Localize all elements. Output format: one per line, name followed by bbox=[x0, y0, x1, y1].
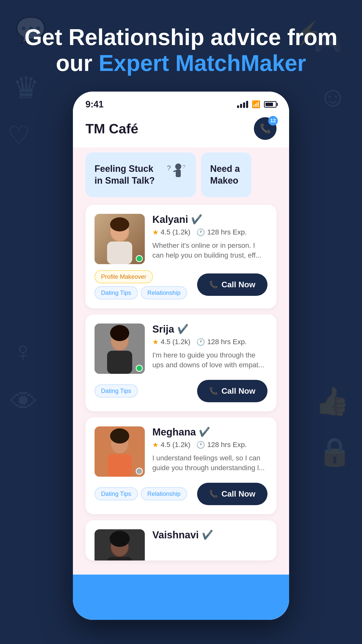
expert-kalyani-verified-icon: ✔️ bbox=[191, 214, 202, 225]
call-badge-button[interactable]: 📞 12 bbox=[254, 117, 277, 140]
expert-srija-name-row: Srija ✔️ bbox=[152, 324, 267, 335]
banner-card-makeover-text: Need a Makeo bbox=[210, 163, 242, 187]
app-title: TM Café bbox=[85, 121, 138, 136]
star-icon: ★ bbox=[152, 228, 159, 236]
call-now-label-kalyani: Call Now bbox=[221, 280, 255, 289]
expert-kalyani-name: Kalyani bbox=[152, 214, 188, 225]
svg-point-14 bbox=[110, 325, 129, 341]
signal-bars-icon bbox=[237, 101, 248, 108]
headline-line1: Get Relationship advice from bbox=[24, 25, 337, 50]
svg-rect-1 bbox=[176, 170, 181, 177]
expert-meghana-online-status bbox=[136, 468, 143, 475]
headline: Get Relationship advice from our Expert … bbox=[4, 24, 357, 76]
page-wrapper: Get Relationship advice from our Expert … bbox=[4, 24, 357, 620]
bottom-wave bbox=[73, 575, 289, 620]
expert-meghana-description: I understand feelings well, so I can gui… bbox=[152, 453, 267, 473]
phone-btn-icon-srija: 📞 bbox=[209, 387, 218, 395]
tag-relationship: Relationship bbox=[141, 286, 187, 299]
experts-list: Kalyani ✔️ ★ 4.5 (1.2k) 🕐 128 bbox=[73, 202, 289, 571]
app-header: TM Café 📞 12 bbox=[73, 112, 289, 147]
signal-bar-2 bbox=[240, 104, 242, 108]
expert-srija-exp-value: 128 hrs Exp. bbox=[207, 338, 247, 346]
status-bar: 9:41 📶 bbox=[73, 92, 289, 112]
expert-card-srija: Srija ✔️ ★ 4.5 (1.2k) 🕐 128 hr bbox=[85, 314, 277, 411]
battery-icon bbox=[264, 101, 277, 108]
expert-kalyani-name-row: Kalyani ✔️ bbox=[152, 214, 267, 225]
clock-icon-srija: 🕐 bbox=[196, 338, 205, 346]
expert-card-vaishnavi: Vaishnavi ✔️ bbox=[85, 520, 277, 560]
expert-srija-description: I'm here to guide you through the ups an… bbox=[152, 350, 267, 370]
expert-vaishnavi-photo-wrap bbox=[95, 529, 145, 560]
expert-card-meghana: Meghana ✔️ ★ 4.5 (1.2k) 🕐 128 bbox=[85, 417, 277, 514]
expert-kalyani-description: Whether it's online or in person. I can … bbox=[152, 240, 267, 260]
expert-kalyani-tags: Profile Makeover Dating Tips Relationshi… bbox=[95, 270, 197, 299]
phone-inner: 9:41 📶 TM Café bbox=[73, 92, 289, 620]
thinking-person-figure: ? ? bbox=[164, 162, 187, 188]
expert-srija-top: Srija ✔️ ★ 4.5 (1.2k) 🕐 128 hr bbox=[95, 324, 267, 374]
expert-kalyani-exp-value: 128 hrs Exp. bbox=[207, 228, 247, 236]
expert-srija-rating-value: 4.5 (1.2k) bbox=[161, 338, 190, 346]
expert-kalyani-photo-wrap bbox=[95, 214, 145, 264]
expert-meghana-name: Meghana bbox=[152, 426, 196, 438]
tag-dating-tips: Dating Tips bbox=[95, 286, 138, 299]
phone-icon: 📞 bbox=[260, 123, 271, 134]
expert-vaishnavi-info: Vaishnavi ✔️ bbox=[152, 529, 267, 560]
expert-kalyani-stats: ★ 4.5 (1.2k) 🕐 128 hrs Exp. bbox=[152, 228, 267, 236]
banner-card-stuck[interactable]: Feeling Stuck in Small Talk? ? ? bbox=[85, 152, 196, 197]
svg-point-19 bbox=[110, 428, 129, 444]
call-now-button-meghana[interactable]: 📞 Call Now bbox=[197, 483, 267, 505]
expert-vaishnavi-name-row: Vaishnavi ✔️ bbox=[152, 529, 267, 541]
expert-kalyani-rating: ★ 4.5 (1.2k) bbox=[152, 228, 190, 236]
svg-point-9 bbox=[110, 217, 129, 231]
status-time: 9:41 bbox=[85, 99, 104, 110]
call-now-button-kalyani[interactable]: 📞 Call Now bbox=[197, 273, 267, 296]
call-now-label-srija: Call Now bbox=[221, 386, 255, 396]
expert-kalyani-online-status bbox=[136, 255, 143, 262]
signal-bar-1 bbox=[237, 105, 239, 108]
svg-text:?: ? bbox=[167, 164, 171, 172]
expert-srija-stats: ★ 4.5 (1.2k) 🕐 128 hrs Exp. bbox=[152, 338, 267, 346]
expert-srija-rating: ★ 4.5 (1.2k) bbox=[152, 338, 190, 346]
notification-count: 12 bbox=[268, 116, 278, 126]
banner-card-makeover[interactable]: Need a Makeo bbox=[201, 152, 251, 197]
svg-rect-17 bbox=[108, 454, 132, 477]
expert-meghana-experience: 🕐 128 hrs Exp. bbox=[196, 441, 247, 449]
status-icons: 📶 bbox=[237, 100, 277, 108]
call-now-label-meghana: Call Now bbox=[221, 489, 255, 499]
expert-meghana-info: Meghana ✔️ ★ 4.5 (1.2k) 🕐 128 bbox=[152, 426, 267, 477]
expert-meghana-bottom: Dating Tips Relationship 📞 Call Now bbox=[95, 483, 267, 505]
expert-srija-experience: 🕐 128 hrs Exp. bbox=[196, 338, 247, 346]
clock-icon-meghana: 🕐 bbox=[196, 441, 205, 449]
expert-vaishnavi-verified-icon: ✔️ bbox=[202, 530, 213, 540]
clock-icon: 🕐 bbox=[196, 228, 205, 236]
expert-meghana-tags: Dating Tips Relationship bbox=[95, 487, 187, 500]
expert-meghana-stats: ★ 4.5 (1.2k) 🕐 128 hrs Exp. bbox=[152, 441, 267, 449]
svg-point-24 bbox=[110, 531, 130, 547]
battery-fill bbox=[265, 103, 273, 106]
tag-profile-makeover: Profile Makeover bbox=[95, 270, 153, 283]
expert-vaishnavi-name: Vaishnavi bbox=[152, 529, 199, 541]
expert-srija-tags: Dating Tips bbox=[95, 384, 138, 397]
expert-kalyani-bottom: Profile Makeover Dating Tips Relationshi… bbox=[95, 270, 267, 299]
banner-row: Feeling Stuck in Small Talk? ? ? Nee bbox=[73, 147, 289, 202]
expert-kalyani-info: Kalyani ✔️ ★ 4.5 (1.2k) 🕐 128 bbox=[152, 214, 267, 264]
star-icon-meghana: ★ bbox=[152, 441, 159, 449]
expert-vaishnavi-photo bbox=[95, 529, 145, 560]
call-now-button-srija[interactable]: 📞 Call Now bbox=[197, 380, 267, 402]
expert-meghana-verified-icon: ✔️ bbox=[199, 427, 210, 437]
expert-kalyani-top: Kalyani ✔️ ★ 4.5 (1.2k) 🕐 128 bbox=[95, 214, 267, 264]
expert-meghana-name-row: Meghana ✔️ bbox=[152, 426, 267, 438]
expert-meghana-rating-value: 4.5 (1.2k) bbox=[161, 441, 190, 449]
expert-kalyani-experience: 🕐 128 hrs Exp. bbox=[196, 228, 247, 236]
phone-frame: 9:41 📶 TM Café bbox=[73, 92, 289, 620]
expert-meghana-rating: ★ 4.5 (1.2k) bbox=[152, 441, 190, 449]
phone-btn-icon: 📞 bbox=[209, 280, 218, 289]
tag-meghana-dating-tips: Dating Tips bbox=[95, 487, 138, 500]
expert-card-kalyani: Kalyani ✔️ ★ 4.5 (1.2k) 🕐 128 bbox=[85, 205, 277, 308]
svg-point-0 bbox=[175, 164, 181, 170]
expert-kalyani-rating-value: 4.5 (1.2k) bbox=[161, 228, 190, 236]
expert-vaishnavi-top: Vaishnavi ✔️ bbox=[95, 529, 267, 560]
headline-line2: our bbox=[56, 51, 99, 76]
signal-bar-4 bbox=[246, 101, 248, 108]
expert-srija-info: Srija ✔️ ★ 4.5 (1.2k) 🕐 128 hr bbox=[152, 324, 267, 374]
